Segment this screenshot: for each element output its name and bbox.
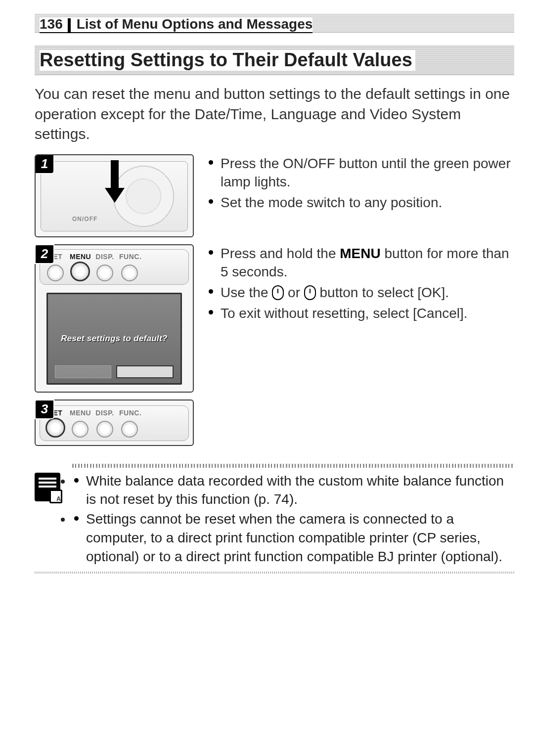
ctrl-label-menu: MENU: [70, 253, 90, 261]
menu-strong: MENU: [340, 246, 380, 261]
step-number: 3: [36, 400, 53, 418]
bullet: Press the ON/OFF button until the green …: [208, 154, 514, 192]
down-arrow-icon: [105, 160, 125, 206]
onoff-label: ON/OFF: [72, 216, 97, 222]
button-icon: [47, 265, 64, 281]
note-item: Settings cannot be reset when the camera…: [72, 510, 514, 566]
control-strip: SET MENU DISP. FUNC.: [40, 405, 189, 441]
text: Use the: [221, 285, 272, 300]
ctrl-label-disp: DISP.: [94, 409, 115, 417]
header-text: 136 List of Menu Options and Messages: [40, 17, 312, 32]
lcd-screen: Reset settings to default?: [46, 293, 182, 385]
text: or: [284, 285, 304, 300]
note-rule-bottom: [35, 572, 514, 574]
step-badge: 1: [35, 154, 54, 174]
step-3-figure: 3 SET MENU DISP. FUNC.: [35, 400, 194, 446]
note-list: White balance data recorded with the cus…: [72, 472, 514, 567]
button-icon: [96, 265, 113, 281]
step-badge: 2: [35, 244, 54, 264]
button-icon: [45, 418, 65, 438]
intro-paragraph: You can reset the menu and button settin…: [35, 84, 514, 144]
screen-options: [55, 365, 174, 378]
section-title: List of Menu Options and Messages: [77, 17, 313, 31]
step-number: 1: [36, 155, 53, 173]
button-icon: [96, 421, 113, 438]
right-button-icon: [304, 285, 316, 300]
screen-message: Reset settings to default?: [61, 334, 168, 344]
screen-option-ok: [116, 365, 174, 378]
step-number: 2: [36, 245, 53, 263]
button-icon: [72, 421, 89, 438]
steps: 1 ON/OFF Press the ON/OFF button until t…: [35, 154, 514, 446]
control-strip: SET MENU DISP. FUNC.: [40, 249, 189, 285]
note-body: A White balance data recorded with the c…: [35, 472, 514, 567]
step-badge: 3: [35, 400, 54, 419]
ctrl-label-disp: DISP.: [94, 253, 115, 261]
topic-title: Resetting Settings to Their Default Valu…: [40, 50, 415, 71]
step-3-figure-wrap: 3 SET MENU DISP. FUNC.: [35, 400, 194, 446]
button-icon: [70, 262, 90, 281]
note-icon: A: [35, 473, 60, 501]
ctrl-label-func: FUNC.: [119, 409, 140, 417]
ctrl-label-menu: MENU: [70, 409, 90, 417]
step-1-bullets: Press the ON/OFF button until the green …: [208, 154, 514, 212]
bullet: Press and hold the MENU button for more …: [208, 244, 514, 282]
manual-page: 136 List of Menu Options and Messages Re…: [0, 0, 534, 756]
step-2-figure-wrap: 2 SET MENU DISP. FUNC. Reset settings to…: [35, 244, 194, 393]
topic-title-band: Resetting Settings to Their Default Valu…: [35, 45, 514, 75]
left-button-icon: [272, 285, 284, 300]
step-2-bullets: Press and hold the MENU button for more …: [208, 244, 514, 323]
step-2-figure: 2 SET MENU DISP. FUNC. Reset settings to…: [35, 244, 194, 393]
header-separator-icon: [68, 18, 71, 32]
step-1: 1 ON/OFF Press the ON/OFF button until t…: [35, 154, 514, 237]
step-1-figure: 1 ON/OFF: [35, 154, 194, 237]
page-header: 136 List of Menu Options and Messages: [35, 14, 514, 33]
step-2-text: Press and hold the MENU button for more …: [194, 244, 514, 325]
note-block: A White balance data recorded with the c…: [35, 464, 514, 574]
text: button to select [OK].: [316, 285, 449, 300]
bullet: To exit without resetting, select [Cance…: [208, 304, 514, 323]
note-icon-letter: A: [56, 495, 61, 502]
note-item: White balance data recorded with the cus…: [72, 472, 514, 509]
page-number: 136: [40, 17, 63, 31]
step-2: 2 SET MENU DISP. FUNC. Reset settings to…: [35, 244, 514, 393]
bullet: Use the or button to select [OK].: [208, 283, 514, 302]
button-icon: [121, 421, 138, 438]
ctrl-label-func: FUNC.: [119, 253, 140, 261]
bullet: Set the mode switch to any position.: [208, 193, 514, 212]
button-icon: [121, 265, 138, 281]
step-1-figure-wrap: 1 ON/OFF: [35, 154, 194, 237]
step-3: 3 SET MENU DISP. FUNC.: [35, 400, 514, 446]
note-rule-top: [72, 464, 514, 468]
screen-option-cancel: [55, 365, 111, 378]
step-1-text: Press the ON/OFF button until the green …: [194, 154, 514, 214]
text: Press and hold the: [221, 246, 340, 261]
